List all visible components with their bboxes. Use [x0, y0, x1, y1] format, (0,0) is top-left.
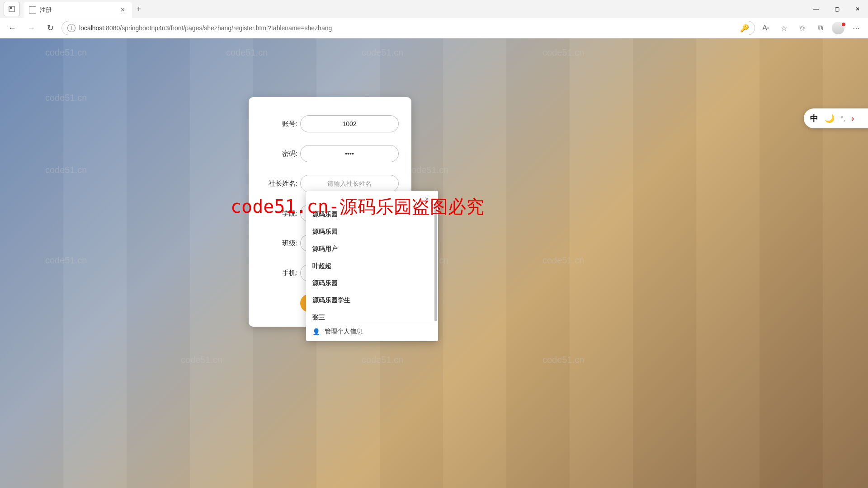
favicon-icon [29, 6, 36, 14]
favorites-bar-icon[interactable]: ✩ [795, 21, 809, 35]
class-label: 班级: [261, 239, 297, 248]
window-controls: — ▢ ✕ [806, 1, 868, 17]
autocomplete-close-button[interactable]: ✕ [422, 195, 432, 203]
moon-icon[interactable]: 🌙 [825, 113, 835, 123]
page-body: code51.cn code51.cn code51.cn code51.cn … [0, 38, 868, 488]
favorite-icon[interactable]: ☆ [777, 21, 791, 35]
browser-chrome: 注册 × + — ▢ ✕ ← → ↻ i localhost:8080/spri… [0, 0, 868, 38]
watermark: code51.cn [45, 165, 87, 175]
watermark: code51.cn [45, 47, 87, 58]
ime-toggle[interactable]: 中 [810, 113, 818, 124]
password-label: 密码: [261, 150, 297, 158]
close-window-button[interactable]: ✕ [847, 1, 868, 17]
autocomplete-item[interactable]: 源码乐园学生 [306, 292, 438, 309]
watermark: code51.cn [542, 255, 584, 266]
back-button[interactable]: ← [5, 20, 20, 36]
menu-button[interactable]: ⋯ [849, 21, 863, 35]
phone-label: 手机: [261, 269, 297, 277]
autocomplete-item[interactable]: 源码用户 [306, 240, 438, 258]
tab-bar: 注册 × + — ▢ ✕ [0, 0, 868, 18]
watermark: code51.cn [226, 47, 268, 58]
autocomplete-item[interactable]: 源码乐园 [306, 275, 438, 292]
url-box[interactable]: i localhost:8080/springbootnp4n3/front/p… [61, 21, 755, 35]
minimize-button[interactable]: — [806, 1, 826, 17]
url-text: localhost:8080/springbootnp4n3/front/pag… [79, 24, 736, 32]
autocomplete-scrollbar[interactable] [434, 203, 437, 321]
pill-expand-icon[interactable]: › [852, 114, 854, 123]
reload-button[interactable]: ↻ [42, 20, 58, 36]
watermark: code51.cn [45, 93, 87, 103]
site-info-icon[interactable]: i [67, 24, 75, 32]
autocomplete-dropdown: ✕ 源码乐园源码乐园源码用户叶超超源码乐园源码乐园学生张三 👤 管理个人信息 [306, 191, 438, 341]
watermark: code51.cn [181, 355, 222, 365]
watermark: code51.cn [542, 47, 584, 58]
tab-overview-button[interactable] [4, 2, 20, 16]
address-bar: ← → ↻ i localhost:8080/springbootnp4n3/f… [0, 18, 868, 38]
password-input[interactable] [300, 145, 399, 162]
collections-icon[interactable]: ⧉ [813, 21, 827, 35]
tab-title: 注册 [40, 6, 119, 14]
account-label: 账号: [261, 120, 297, 128]
college-label: 学院: [261, 209, 297, 218]
maximize-button[interactable]: ▢ [826, 1, 847, 17]
watermark: code51.cn [45, 255, 87, 266]
watermark: code51.cn [542, 355, 584, 365]
read-aloud-icon[interactable]: A» [759, 21, 773, 35]
tab-close-button[interactable]: × [119, 6, 127, 14]
autocomplete-item[interactable]: 源码乐园 [306, 223, 438, 240]
watermark: code51.cn [407, 165, 448, 175]
svg-rect-1 [10, 7, 12, 9]
watermark: code51.cn [362, 355, 403, 365]
autocomplete-list: 源码乐园源码乐园源码用户叶超超源码乐园源码乐园学生张三 [306, 206, 438, 322]
name-input[interactable] [300, 175, 399, 192]
autocomplete-item[interactable]: 张三 [306, 309, 438, 322]
autocomplete-item[interactable]: 源码乐园 [306, 206, 438, 223]
watermark: code51.cn [362, 47, 403, 58]
key-icon[interactable]: 🔑 [740, 24, 749, 33]
account-input[interactable] [300, 115, 399, 132]
autocomplete-footer-label: 管理个人信息 [325, 328, 363, 336]
floating-toolbar: 中 🌙 °, › [804, 108, 868, 128]
name-label: 社长姓名: [261, 179, 297, 188]
avatar-icon[interactable] [831, 21, 845, 35]
forward-button[interactable]: → [24, 20, 39, 36]
person-icon: 👤 [312, 328, 320, 335]
browser-tab[interactable]: 注册 × [24, 2, 132, 18]
autocomplete-manage-link[interactable]: 👤 管理个人信息 [306, 322, 438, 341]
new-tab-button[interactable]: + [132, 2, 146, 16]
autocomplete-item[interactable]: 叶超超 [306, 258, 438, 275]
toolbar-icons: A» ☆ ✩ ⧉ ⋯ [759, 21, 863, 35]
pill-punct[interactable]: °, [841, 115, 845, 122]
